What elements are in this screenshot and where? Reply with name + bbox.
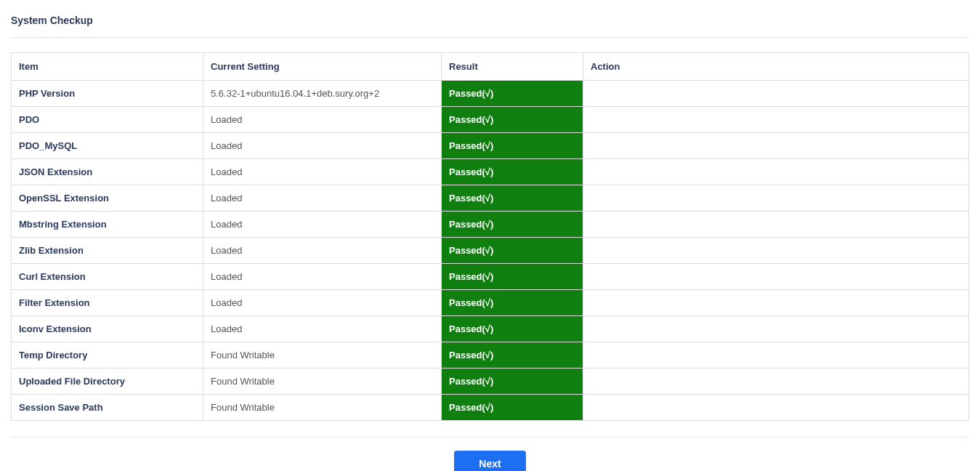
- cell-action: [583, 316, 969, 342]
- cell-item: Mbstring Extension: [12, 212, 203, 238]
- table-row: Iconv ExtensionLoadedPassed(√): [12, 316, 969, 342]
- cell-result: Passed(√): [442, 107, 583, 133]
- table-row: Curl ExtensionLoadedPassed(√): [12, 264, 969, 290]
- cell-result: Passed(√): [442, 316, 583, 342]
- cell-result: Passed(√): [442, 238, 583, 264]
- table-row: JSON ExtensionLoadedPassed(√): [12, 159, 969, 185]
- cell-item: PHP Version: [12, 81, 203, 107]
- cell-result: Passed(√): [442, 369, 583, 395]
- cell-item: Curl Extension: [12, 264, 203, 290]
- cell-setting: Loaded: [203, 264, 442, 290]
- table-row: Uploaded File DirectoryFound WritablePas…: [12, 369, 969, 395]
- col-header-action: Action: [583, 53, 969, 81]
- cell-result: Passed(√): [442, 212, 583, 238]
- cell-action: [583, 212, 969, 238]
- cell-setting: Found Writable: [203, 369, 442, 395]
- table-row: Mbstring ExtensionLoadedPassed(√): [12, 212, 969, 238]
- cell-setting: Loaded: [203, 133, 442, 159]
- cell-action: [583, 369, 969, 395]
- table-row: Temp DirectoryFound WritablePassed(√): [12, 342, 969, 369]
- cell-setting: Found Writable: [203, 395, 442, 421]
- table-row: Session Save PathFound WritablePassed(√): [12, 395, 969, 421]
- page-title: System Checkup: [11, 15, 969, 26]
- cell-result: Passed(√): [442, 395, 583, 421]
- cell-result: Passed(√): [442, 342, 583, 369]
- table-row: PHP Version5.6.32-1+ubuntu16.04.1+deb.su…: [12, 81, 969, 107]
- col-header-setting: Current Setting: [203, 53, 442, 81]
- cell-setting: Loaded: [203, 159, 442, 185]
- cell-setting: 5.6.32-1+ubuntu16.04.1+deb.sury.org+2: [203, 81, 442, 107]
- table-row: Zlib ExtensionLoadedPassed(√): [12, 238, 969, 264]
- cell-result: Passed(√): [442, 159, 583, 185]
- cell-item: Filter Extension: [12, 290, 203, 316]
- cell-setting: Loaded: [203, 290, 442, 316]
- button-row: Next: [11, 451, 969, 471]
- cell-result: Passed(√): [442, 185, 583, 212]
- cell-item: JSON Extension: [12, 159, 203, 185]
- col-header-item: Item: [12, 53, 203, 81]
- cell-setting: Found Writable: [203, 342, 442, 369]
- cell-result: Passed(√): [442, 290, 583, 316]
- cell-setting: Loaded: [203, 185, 442, 212]
- table-row: Filter ExtensionLoadedPassed(√): [12, 290, 969, 316]
- cell-result: Passed(√): [442, 81, 583, 107]
- cell-item: Session Save Path: [12, 395, 203, 421]
- cell-item: Iconv Extension: [12, 316, 203, 342]
- divider-bottom: [11, 437, 969, 438]
- col-header-result: Result: [442, 53, 583, 81]
- divider-top: [11, 37, 969, 38]
- cell-item: Uploaded File Directory: [12, 369, 203, 395]
- cell-action: [583, 264, 969, 290]
- cell-item: PDO_MySQL: [12, 133, 203, 159]
- next-button[interactable]: Next: [454, 451, 525, 471]
- cell-action: [583, 238, 969, 264]
- cell-setting: Loaded: [203, 316, 442, 342]
- cell-action: [583, 342, 969, 369]
- cell-setting: Loaded: [203, 238, 442, 264]
- cell-action: [583, 395, 969, 421]
- cell-setting: Loaded: [203, 212, 442, 238]
- cell-action: [583, 159, 969, 185]
- cell-item: PDO: [12, 107, 203, 133]
- cell-result: Passed(√): [442, 133, 583, 159]
- cell-setting: Loaded: [203, 107, 442, 133]
- system-checkup-table: Item Current Setting Result Action PHP V…: [11, 52, 969, 421]
- table-row: PDOLoadedPassed(√): [12, 107, 969, 133]
- table-row: PDO_MySQLLoadedPassed(√): [12, 133, 969, 159]
- cell-item: Zlib Extension: [12, 238, 203, 264]
- cell-item: OpenSSL Extension: [12, 185, 203, 212]
- cell-action: [583, 133, 969, 159]
- cell-action: [583, 185, 969, 212]
- cell-action: [583, 81, 969, 107]
- cell-action: [583, 107, 969, 133]
- table-header-row: Item Current Setting Result Action: [12, 53, 969, 81]
- cell-action: [583, 290, 969, 316]
- cell-result: Passed(√): [442, 264, 583, 290]
- cell-item: Temp Directory: [12, 342, 203, 369]
- table-row: OpenSSL ExtensionLoadedPassed(√): [12, 185, 969, 212]
